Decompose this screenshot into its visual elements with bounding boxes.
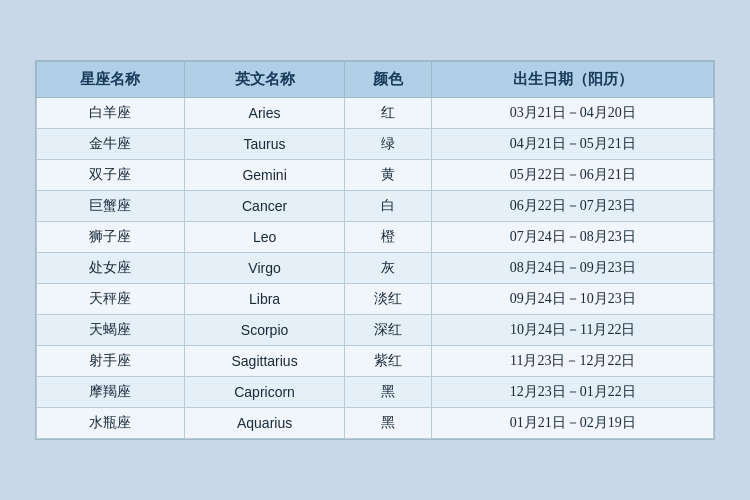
cell-dates: 03月21日－04月20日 xyxy=(432,98,714,129)
cell-dates: 10月24日－11月22日 xyxy=(432,315,714,346)
cell-color: 黑 xyxy=(345,408,432,439)
cell-color: 白 xyxy=(345,191,432,222)
cell-dates: 07月24日－08月23日 xyxy=(432,222,714,253)
cell-color: 深红 xyxy=(345,315,432,346)
cell-chinese-name: 射手座 xyxy=(37,346,185,377)
cell-dates: 12月23日－01月22日 xyxy=(432,377,714,408)
cell-english-name: Scorpio xyxy=(184,315,344,346)
cell-chinese-name: 巨蟹座 xyxy=(37,191,185,222)
cell-english-name: Capricorn xyxy=(184,377,344,408)
table-row: 水瓶座Aquarius黑01月21日－02月19日 xyxy=(37,408,714,439)
header-chinese-name: 星座名称 xyxy=(37,62,185,98)
cell-chinese-name: 金牛座 xyxy=(37,129,185,160)
cell-color: 绿 xyxy=(345,129,432,160)
table-row: 处女座Virgo灰08月24日－09月23日 xyxy=(37,253,714,284)
table-row: 金牛座Taurus绿04月21日－05月21日 xyxy=(37,129,714,160)
cell-chinese-name: 天蝎座 xyxy=(37,315,185,346)
cell-color: 橙 xyxy=(345,222,432,253)
header-english-name: 英文名称 xyxy=(184,62,344,98)
cell-dates: 09月24日－10月23日 xyxy=(432,284,714,315)
table-row: 天秤座Libra淡红09月24日－10月23日 xyxy=(37,284,714,315)
cell-color: 灰 xyxy=(345,253,432,284)
cell-dates: 01月21日－02月19日 xyxy=(432,408,714,439)
cell-dates: 04月21日－05月21日 xyxy=(432,129,714,160)
table-header-row: 星座名称 英文名称 颜色 出生日期（阳历） xyxy=(37,62,714,98)
cell-color: 红 xyxy=(345,98,432,129)
cell-dates: 05月22日－06月21日 xyxy=(432,160,714,191)
cell-chinese-name: 摩羯座 xyxy=(37,377,185,408)
table-row: 白羊座Aries红03月21日－04月20日 xyxy=(37,98,714,129)
cell-color: 黑 xyxy=(345,377,432,408)
cell-chinese-name: 处女座 xyxy=(37,253,185,284)
zodiac-table: 星座名称 英文名称 颜色 出生日期（阳历） 白羊座Aries红03月21日－04… xyxy=(36,61,714,439)
cell-english-name: Cancer xyxy=(184,191,344,222)
cell-english-name: Aquarius xyxy=(184,408,344,439)
table-row: 天蝎座Scorpio深红10月24日－11月22日 xyxy=(37,315,714,346)
cell-english-name: Taurus xyxy=(184,129,344,160)
cell-english-name: Virgo xyxy=(184,253,344,284)
table-row: 摩羯座Capricorn黑12月23日－01月22日 xyxy=(37,377,714,408)
cell-chinese-name: 水瓶座 xyxy=(37,408,185,439)
cell-english-name: Gemini xyxy=(184,160,344,191)
cell-color: 淡红 xyxy=(345,284,432,315)
cell-english-name: Leo xyxy=(184,222,344,253)
cell-dates: 06月22日－07月23日 xyxy=(432,191,714,222)
table-row: 双子座Gemini黄05月22日－06月21日 xyxy=(37,160,714,191)
cell-chinese-name: 双子座 xyxy=(37,160,185,191)
table-row: 狮子座Leo橙07月24日－08月23日 xyxy=(37,222,714,253)
cell-chinese-name: 狮子座 xyxy=(37,222,185,253)
table-row: 射手座Sagittarius紫红11月23日－12月22日 xyxy=(37,346,714,377)
cell-dates: 11月23日－12月22日 xyxy=(432,346,714,377)
cell-chinese-name: 天秤座 xyxy=(37,284,185,315)
cell-english-name: Libra xyxy=(184,284,344,315)
table-row: 巨蟹座Cancer白06月22日－07月23日 xyxy=(37,191,714,222)
cell-dates: 08月24日－09月23日 xyxy=(432,253,714,284)
cell-color: 黄 xyxy=(345,160,432,191)
cell-english-name: Aries xyxy=(184,98,344,129)
zodiac-table-container: 星座名称 英文名称 颜色 出生日期（阳历） 白羊座Aries红03月21日－04… xyxy=(35,60,715,440)
header-color: 颜色 xyxy=(345,62,432,98)
cell-english-name: Sagittarius xyxy=(184,346,344,377)
cell-chinese-name: 白羊座 xyxy=(37,98,185,129)
cell-color: 紫红 xyxy=(345,346,432,377)
table-body: 白羊座Aries红03月21日－04月20日金牛座Taurus绿04月21日－0… xyxy=(37,98,714,439)
header-dates: 出生日期（阳历） xyxy=(432,62,714,98)
